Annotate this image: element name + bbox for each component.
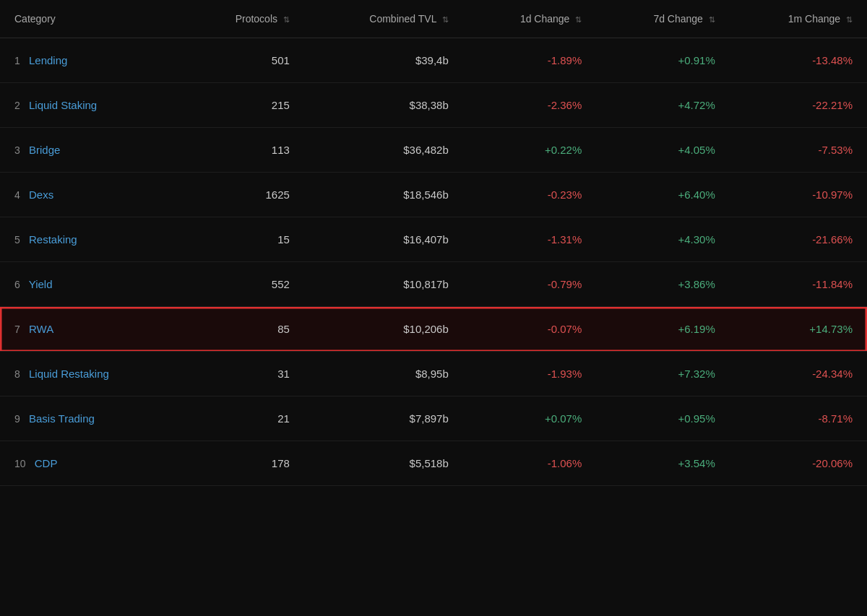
cell-protocols-9: 21 (181, 396, 304, 441)
cell-1m-2: -22.21% (730, 83, 867, 128)
cell-protocols-2: 215 (181, 83, 304, 128)
tvl-value: $5,518b (410, 457, 449, 469)
tvl-value: $38,38b (410, 99, 449, 111)
cell-1m-9: -8.71% (730, 396, 867, 441)
change-7d-value: +4.72% (678, 99, 715, 111)
cell-1m-1: -13.48% (730, 38, 867, 83)
category-link[interactable]: CDP (35, 457, 58, 469)
change-1d-value: -0.79% (548, 278, 582, 290)
header-tvl-label: Combined TVL (369, 13, 436, 25)
sort-icon-1d: ⇅ (575, 15, 582, 25)
cell-tvl-9: $7,897b (304, 396, 463, 441)
tvl-value: $10,817b (403, 278, 449, 290)
change-1m-value: -11.84% (812, 278, 853, 290)
header-1d-label: 1d Change (520, 13, 570, 25)
row-rank: 1 (14, 55, 20, 66)
cell-category-4: 4 Dexs (0, 173, 181, 217)
cell-7d-7: +6.19% (596, 307, 729, 352)
tvl-value: $36,482b (403, 144, 449, 156)
cell-category-8: 8 Liquid Restaking (0, 352, 181, 396)
table-header-row: Category Protocols ⇅ Combined TVL ⇅ 1d C… (0, 0, 867, 38)
category-link[interactable]: Liquid Restaking (29, 368, 109, 380)
category-link[interactable]: RWA (29, 323, 53, 335)
header-category-label: Category (14, 13, 56, 25)
cell-1d-10: -1.06% (463, 441, 596, 486)
category-link[interactable]: Basis Trading (29, 412, 95, 425)
change-7d-value: +6.19% (678, 323, 715, 335)
cell-1d-3: +0.22% (463, 128, 596, 173)
change-7d-value: +0.91% (678, 54, 715, 66)
change-1d-value: +0.07% (545, 412, 582, 425)
category-link[interactable]: Bridge (29, 144, 60, 156)
cell-protocols-4: 1625 (181, 173, 304, 217)
cell-tvl-8: $8,95b (304, 352, 463, 396)
tvl-value: $10,206b (403, 323, 449, 335)
protocols-value: 21 (277, 412, 290, 425)
table-row: 7 RWA 85$10,206b-0.07%+6.19%+14.73% (0, 307, 867, 352)
cell-tvl-3: $36,482b (304, 128, 463, 173)
cell-1d-5: -1.31% (463, 217, 596, 262)
row-rank: 7 (14, 324, 20, 335)
category-link[interactable]: Yield (29, 278, 53, 290)
change-1d-value: -0.23% (548, 188, 582, 201)
row-rank: 8 (14, 368, 20, 380)
main-table-container: Category Protocols ⇅ Combined TVL ⇅ 1d C… (0, 0, 867, 486)
cell-tvl-6: $10,817b (304, 262, 463, 307)
table-row: 4 Dexs 1625$18,546b-0.23%+6.40%-10.97% (0, 173, 867, 217)
change-1d-value: -0.07% (548, 323, 582, 335)
table-row: 2 Liquid Staking 215$38,38b-2.36%+4.72%-… (0, 83, 867, 128)
change-1m-value: -22.21% (812, 99, 853, 111)
header-protocols[interactable]: Protocols ⇅ (181, 0, 304, 38)
table-row: 8 Liquid Restaking 31$8,95b-1.93%+7.32%-… (0, 352, 867, 396)
defi-category-table: Category Protocols ⇅ Combined TVL ⇅ 1d C… (0, 0, 867, 486)
table-row: 5 Restaking 15$16,407b-1.31%+4.30%-21.66… (0, 217, 867, 262)
cell-1m-5: -21.66% (730, 217, 867, 262)
cell-1d-1: -1.89% (463, 38, 596, 83)
cell-7d-8: +7.32% (596, 352, 729, 396)
change-1d-value: -2.36% (548, 99, 582, 111)
header-7d-change[interactable]: 7d Change ⇅ (596, 0, 729, 38)
cell-1d-4: -0.23% (463, 173, 596, 217)
header-1m-change[interactable]: 1m Change ⇅ (730, 0, 867, 38)
header-category[interactable]: Category (0, 0, 181, 38)
change-1d-value: +0.22% (545, 144, 582, 156)
table-row: 1 Lending 501$39,4b-1.89%+0.91%-13.48% (0, 38, 867, 83)
header-1d-change[interactable]: 1d Change ⇅ (463, 0, 596, 38)
cell-category-3: 3 Bridge (0, 128, 181, 173)
cell-7d-6: +3.86% (596, 262, 729, 307)
cell-protocols-5: 15 (181, 217, 304, 262)
header-protocols-label: Protocols (236, 13, 277, 25)
row-rank: 6 (14, 279, 20, 290)
protocols-value: 31 (277, 368, 290, 380)
protocols-value: 501 (272, 54, 290, 66)
cell-1d-9: +0.07% (463, 396, 596, 441)
tvl-value: $39,4b (415, 54, 449, 66)
row-rank: 2 (14, 100, 20, 111)
table-row: 3 Bridge 113$36,482b+0.22%+4.05%-7.53% (0, 128, 867, 173)
header-tvl[interactable]: Combined TVL ⇅ (304, 0, 463, 38)
header-1m-label: 1m Change (788, 13, 840, 25)
cell-1m-4: -10.97% (730, 173, 867, 217)
tvl-value: $7,897b (410, 412, 449, 425)
change-1d-value: -1.89% (548, 54, 582, 66)
category-link[interactable]: Liquid Staking (29, 99, 97, 111)
protocols-value: 85 (277, 323, 290, 335)
change-1m-value: -13.48% (812, 54, 853, 66)
change-1d-value: -1.06% (548, 457, 582, 469)
table-row: 6 Yield 552$10,817b-0.79%+3.86%-11.84% (0, 262, 867, 307)
cell-7d-3: +4.05% (596, 128, 729, 173)
category-link[interactable]: Restaking (29, 233, 77, 246)
category-link[interactable]: Lending (29, 54, 67, 66)
cell-category-6: 6 Yield (0, 262, 181, 307)
change-1m-value: -10.97% (812, 188, 853, 201)
cell-category-9: 9 Basis Trading (0, 396, 181, 441)
change-1d-value: -1.93% (548, 368, 582, 380)
cell-tvl-7: $10,206b (304, 307, 463, 352)
cell-protocols-3: 113 (181, 128, 304, 173)
cell-7d-10: +3.54% (596, 441, 729, 486)
category-link[interactable]: Dexs (29, 188, 53, 201)
cell-category-1: 1 Lending (0, 38, 181, 83)
cell-category-2: 2 Liquid Staking (0, 83, 181, 128)
change-7d-value: +4.30% (678, 233, 715, 246)
cell-1d-7: -0.07% (463, 307, 596, 352)
